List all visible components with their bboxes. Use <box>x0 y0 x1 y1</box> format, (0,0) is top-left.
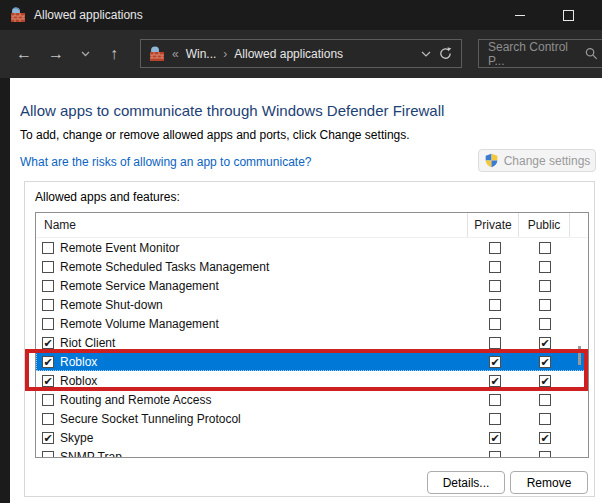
details-button[interactable]: Details... <box>427 471 505 494</box>
private-cell <box>470 299 520 311</box>
maximize-button[interactable] <box>548 0 588 30</box>
list-row[interactable]: Secure Socket Tunneling Protocol <box>36 409 588 428</box>
app-name-label: Remote Volume Management <box>60 317 219 331</box>
list-scrollbar-thumb[interactable] <box>578 346 581 365</box>
list-row[interactable]: SNMP Trap <box>36 447 588 458</box>
risks-help-link[interactable]: What are the risks of allowing an app to… <box>20 155 311 169</box>
up-button[interactable]: ↑ <box>98 38 130 70</box>
search-box[interactable]: Search Control P... <box>478 39 602 68</box>
public-checkbox[interactable] <box>539 432 551 444</box>
back-button[interactable]: ← <box>8 38 40 70</box>
app-checkbox[interactable] <box>42 261 54 273</box>
public-checkbox[interactable] <box>539 394 551 406</box>
window-title: Allowed applications <box>34 8 143 22</box>
list-row[interactable]: Skype <box>36 428 588 447</box>
app-checkbox[interactable] <box>42 451 54 459</box>
app-checkbox[interactable] <box>42 356 54 368</box>
public-checkbox[interactable] <box>539 337 551 349</box>
private-checkbox[interactable] <box>489 413 501 425</box>
app-name-cell: SNMP Trap <box>36 450 470 459</box>
app-checkbox[interactable] <box>42 337 54 349</box>
app-name-label: SNMP Trap <box>60 450 122 459</box>
content-panel: Allow apps to communicate through Window… <box>10 78 602 503</box>
list-row[interactable]: Remote Event Monitor <box>36 238 588 257</box>
public-checkbox[interactable] <box>539 299 551 311</box>
public-checkbox[interactable] <box>539 280 551 292</box>
forward-button[interactable]: → <box>40 38 72 70</box>
private-checkbox[interactable] <box>489 242 501 254</box>
page-title: Allow apps to communicate through Window… <box>20 102 444 119</box>
public-checkbox[interactable] <box>539 261 551 273</box>
public-checkbox[interactable] <box>539 413 551 425</box>
refresh-icon[interactable] <box>438 46 453 61</box>
navigation-bar: ← → ↑ « Win... › Allowed applications Se <box>0 30 602 78</box>
private-cell <box>470 242 520 254</box>
app-checkbox[interactable] <box>42 318 54 330</box>
public-cell <box>520 375 570 387</box>
list-row[interactable]: Remote Shut-down <box>36 295 588 314</box>
app-checkbox[interactable] <box>42 299 54 311</box>
app-name-label: Remote Shut-down <box>60 298 163 312</box>
private-checkbox[interactable] <box>489 394 501 406</box>
address-dropdown-chevron-icon[interactable] <box>421 51 431 57</box>
list-row[interactable]: Remote Volume Management <box>36 314 588 333</box>
breadcrumb-current[interactable]: Allowed applications <box>234 47 343 61</box>
address-bar[interactable]: « Win... › Allowed applications <box>140 39 462 68</box>
details-label: Details... <box>443 476 490 490</box>
app-name-cell: Remote Service Management <box>36 279 470 293</box>
list-row[interactable]: Remote Service Management <box>36 276 588 295</box>
recent-pages-chevron-icon[interactable] <box>72 38 98 70</box>
column-header-name[interactable]: Name <box>36 218 467 232</box>
private-checkbox[interactable] <box>489 261 501 273</box>
public-cell <box>520 432 570 444</box>
maximize-icon <box>563 10 574 21</box>
app-name-cell: Remote Shut-down <box>36 298 470 312</box>
list-row[interactable]: Routing and Remote Access <box>36 390 588 409</box>
private-checkbox[interactable] <box>489 451 501 459</box>
private-checkbox[interactable] <box>489 432 501 444</box>
private-cell <box>470 261 520 273</box>
column-header-private[interactable]: Private <box>467 213 518 237</box>
public-checkbox[interactable] <box>539 375 551 387</box>
allowed-apps-list[interactable]: Name Private Public Remote Event Monitor… <box>35 212 589 458</box>
private-checkbox[interactable] <box>489 299 501 311</box>
app-checkbox[interactable] <box>42 280 54 292</box>
list-row[interactable]: Remote Scheduled Tasks Management <box>36 257 588 276</box>
app-name-cell: Skype <box>36 431 470 445</box>
public-checkbox[interactable] <box>539 356 551 368</box>
list-rows: Remote Event MonitorRemote Scheduled Tas… <box>36 238 588 458</box>
breadcrumb-parent[interactable]: Win... <box>186 47 217 61</box>
private-checkbox[interactable] <box>489 375 501 387</box>
breadcrumb-separator-icon[interactable]: › <box>223 47 227 61</box>
remove-button[interactable]: Remove <box>510 471 588 494</box>
public-cell <box>520 451 570 459</box>
list-row[interactable]: Roblox <box>36 352 588 371</box>
private-checkbox[interactable] <box>489 356 501 368</box>
app-checkbox[interactable] <box>42 394 54 406</box>
private-checkbox[interactable] <box>489 318 501 330</box>
search-placeholder: Search Control P... <box>488 40 585 68</box>
private-checkbox[interactable] <box>489 337 501 349</box>
app-checkbox[interactable] <box>42 375 54 387</box>
app-name-cell: Riot Client <box>36 336 470 350</box>
list-row[interactable]: Riot Client <box>36 333 588 352</box>
app-name-label: Roblox <box>60 355 97 369</box>
public-checkbox[interactable] <box>539 242 551 254</box>
minimize-button[interactable] <box>500 0 540 30</box>
public-cell <box>520 394 570 406</box>
public-checkbox[interactable] <box>539 451 551 459</box>
public-checkbox[interactable] <box>539 318 551 330</box>
app-checkbox[interactable] <box>42 242 54 254</box>
app-name-cell: Secure Socket Tunneling Protocol <box>36 412 470 426</box>
app-checkbox[interactable] <box>42 413 54 425</box>
app-name-label: Roblox <box>60 374 97 388</box>
app-name-cell: Remote Volume Management <box>36 317 470 331</box>
breadcrumb-collapse-chevrons[interactable]: « <box>172 47 179 61</box>
change-settings-button[interactable]: Change settings <box>478 149 596 172</box>
app-checkbox[interactable] <box>42 432 54 444</box>
private-cell <box>470 432 520 444</box>
column-header-public[interactable]: Public <box>518 213 569 237</box>
private-checkbox[interactable] <box>489 280 501 292</box>
list-row[interactable]: Roblox <box>36 371 588 390</box>
private-cell <box>470 375 520 387</box>
